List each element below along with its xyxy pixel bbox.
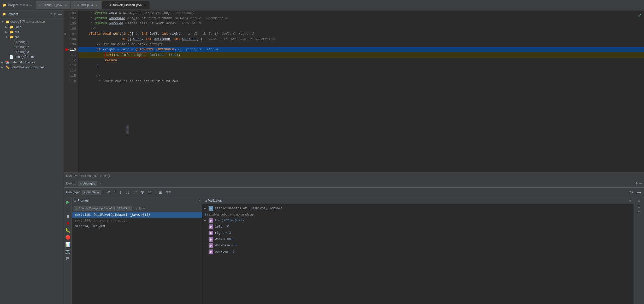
close-icon[interactable]: ✕	[144, 4, 146, 7]
code-line-110: if (right - left < QUICKSORT_THRESHOLD) …	[78, 47, 644, 52]
folder-icon: 📁	[9, 25, 14, 29]
var-workbase[interactable]: p workBase = 0	[202, 242, 634, 249]
step-into-btn[interactable]: ↓	[118, 189, 122, 195]
close-icon[interactable]: ✕	[64, 4, 67, 7]
code-line-106: */	[78, 26, 644, 31]
frame-item-1[interactable]: sort:110, DualPivotQuicksort (java.util)	[72, 212, 202, 218]
camera-btn[interactable]: 📷	[65, 249, 70, 254]
sidebar-minimize-btn[interactable]: —	[58, 12, 62, 16]
sidebar-settings-btn[interactable]: ⚙	[54, 12, 57, 16]
resume-btn[interactable]: ≡	[107, 189, 111, 195]
frame-up-btn[interactable]: ↑	[133, 206, 135, 210]
tree-item-debug02[interactable]: c Debug02	[0, 44, 64, 49]
panel-btn-3[interactable]: 👁	[637, 211, 641, 214]
frame-filter-btn[interactable]: ⚙	[139, 206, 142, 210]
var-static[interactable]: ▶ s static members of DualPivotQuicksort	[202, 205, 634, 212]
frames-list: sort:110, DualPivotQuicksort (java.util)…	[72, 212, 202, 304]
tab-dualpivot[interactable]: c DualPivotQuicksort.java ✕	[102, 1, 150, 9]
debug-body: ▶ ⏸ ■ 🐛 🔴 📊 📷 ⊞ ⊡ Frames ↗	[64, 197, 644, 304]
debug-run-btn[interactable]: 🐛	[65, 228, 70, 233]
debug-tab-close[interactable]: ✕	[99, 182, 102, 185]
tree-item-debug01[interactable]: c Debug01	[0, 39, 64, 44]
tree-item-out[interactable]: ▶ 📂 out	[0, 29, 64, 34]
debug-tab-bar: Debug: c Debug03 ✕ ⚙ —	[64, 179, 644, 188]
frame-label-1: sort:110, DualPivotQuicksort (java.util)	[75, 213, 150, 217]
main-layout: 📁 Project ⊕ ⚙ — ▼ 📁 debug学习 D:\hspedc\de…	[0, 10, 644, 304]
var-icon-p: p	[209, 218, 213, 223]
coverage-btn[interactable]: 🔴	[65, 235, 70, 240]
maximize-btn[interactable]: —	[636, 189, 642, 195]
debug-tab-debug03[interactable]: c Debug03	[78, 181, 98, 186]
settings-btn[interactable]: ⚙	[628, 189, 634, 195]
stop-btn2[interactable]: ■	[67, 221, 69, 226]
tree-root[interactable]: ▼ 📁 debug学习 D:\hspedc\deb	[0, 19, 64, 25]
java-file-icon: c	[14, 50, 15, 54]
var-left[interactable]: p left = 0	[202, 224, 634, 230]
pause-btn[interactable]: ⏸	[66, 214, 70, 219]
tab-arrays[interactable]: c Arrays.java ✕	[71, 1, 101, 9]
stop-btn[interactable]: ✕	[147, 189, 152, 195]
java-file-icon: c	[14, 40, 15, 44]
evaluate-btn[interactable]: ⊕	[140, 189, 145, 195]
chevron-down-icon: ▼	[5, 35, 9, 38]
play-btn[interactable]: ▶	[66, 199, 70, 205]
tree-item-scratches[interactable]: ▶ ✏️ Scratches and Consoles	[0, 65, 64, 70]
frame-add-btn[interactable]: +	[143, 206, 145, 210]
variables-list: ▶ s static members of DualPivotQuicksort…	[202, 204, 634, 304]
line-107: 107 @	[64, 31, 78, 37]
frame-label-3: main:14, Debug03	[75, 225, 105, 228]
grid-btn[interactable]: ⊞	[66, 256, 69, 261]
console-tab[interactable]: Console ⇥	[82, 190, 101, 195]
frames-expand-btn[interactable]: ↗	[198, 199, 200, 202]
dropdown-arrow: ▼	[128, 207, 131, 210]
profile-btn[interactable]: 📊	[65, 242, 70, 247]
tree-item-extlibs[interactable]: ▶ 📚 External Libraries	[0, 60, 64, 65]
sidebar-icons: ⊕ ⚙ —	[49, 12, 62, 16]
frame-down-btn[interactable]: ↓	[136, 206, 138, 210]
var-right[interactable]: p right = 3	[202, 230, 634, 236]
panel-btn-2[interactable]: ⊞	[638, 205, 640, 208]
line-103: 103	[64, 10, 78, 16]
line-108: 108	[64, 37, 78, 42]
line-110: → 110	[64, 47, 78, 52]
expand-arrow: ▶	[204, 207, 209, 210]
frame-item-2[interactable]: sort:144, Arrays (java.util)	[72, 218, 202, 224]
tab-debug03[interactable]: c Debug03.java ✕	[36, 1, 70, 9]
var-icon-p: p	[209, 249, 213, 254]
variables-expand-btn[interactable]: ↗	[629, 199, 631, 202]
frames-icon: ⊡	[74, 199, 76, 202]
breakpoint-marker	[65, 48, 68, 51]
tree-item-src[interactable]: ▼ 📂 src	[0, 34, 64, 39]
var-a[interactable]: ▶ p a = {int[4]@622}	[202, 217, 634, 224]
tree-item-iml[interactable]: 📄 debug学习.iml	[0, 54, 64, 60]
var-work[interactable]: p work = null	[202, 236, 634, 242]
debugger-tab[interactable]: Debugger	[66, 190, 80, 194]
close-icon[interactable]: ✕	[96, 4, 98, 7]
frame-item-3[interactable]: main:14, Debug03	[72, 224, 202, 229]
separator2	[155, 190, 155, 195]
debug-settings-btn[interactable]: ⚙ —	[635, 182, 642, 185]
var-worklen[interactable]: p workLen = 0	[202, 249, 634, 255]
layout-btn[interactable]: ≡≡	[165, 189, 172, 195]
separator	[104, 190, 104, 195]
run-to-cursor-btn[interactable]: ↑↑	[132, 189, 138, 195]
iml-icon: 📄	[9, 55, 14, 59]
watches-btn[interactable]: ⊞	[158, 189, 163, 195]
var-icon-p: p	[209, 231, 213, 235]
line-111: 111	[64, 52, 78, 57]
tree-item-debug03[interactable]: c Debug03	[0, 49, 64, 54]
code-content[interactable]: * @param work a workspace array (slice) …	[78, 10, 644, 172]
step-out-btn[interactable]: ↓↓	[124, 189, 130, 195]
sidebar-add-btn[interactable]: ⊕	[49, 12, 52, 16]
syntax-ok-indicator: ✓	[638, 13, 642, 18]
thread-selector[interactable]: ✓ "main"@1 in group "main": RUNNING ▼	[74, 206, 132, 211]
right-side-panel: ≡ ⊞ 👁	[634, 197, 644, 304]
code-line-111: sort(a, left, right, leftmost: true );	[78, 52, 644, 58]
panel-btn-1[interactable]: ≡	[638, 199, 640, 203]
tree-item-idea[interactable]: ▶ 📁 .idea	[0, 25, 64, 29]
folder-icon: 📁	[5, 20, 9, 24]
var-icon-p: p	[209, 224, 213, 229]
code-line-108: int[] work, int workBase, int workLen) {…	[78, 37, 644, 42]
info-icon: ℹ	[204, 212, 206, 217]
step-over-btn[interactable]: ↑	[113, 189, 117, 195]
